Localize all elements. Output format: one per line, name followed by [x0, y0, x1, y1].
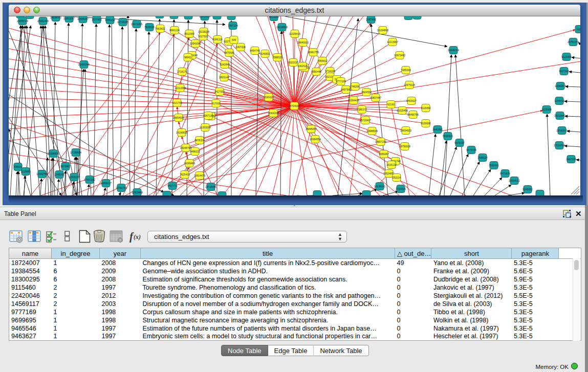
- svg-text:9129966: 9129966: [561, 55, 572, 58]
- svg-text:8267130: 8267130: [203, 114, 213, 117]
- svg-text:(x): (x): [134, 233, 141, 240]
- svg-text:1145193: 1145193: [54, 173, 64, 176]
- svg-text:11325419: 11325419: [289, 32, 300, 35]
- svg-text:16914479: 16914479: [194, 174, 205, 177]
- svg-text:7357224: 7357224: [228, 24, 238, 27]
- svg-text:9327503: 9327503: [198, 35, 208, 38]
- svg-text:2367608: 2367608: [235, 46, 246, 49]
- svg-text:5875685: 5875685: [224, 51, 234, 54]
- svg-text:16654935: 16654935: [173, 116, 184, 119]
- svg-text:9777169: 9777169: [336, 80, 346, 83]
- svg-text:2803144: 2803144: [219, 76, 229, 79]
- svg-text:10782759: 10782759: [116, 186, 127, 189]
- svg-text:15751074: 15751074: [568, 40, 579, 43]
- svg-text:16034320: 16034320: [50, 16, 61, 19]
- svg-text:3824554: 3824554: [361, 91, 372, 94]
- svg-text:1588520: 1588520: [272, 56, 282, 59]
- svg-text:19654923: 19654923: [400, 129, 411, 132]
- svg-text:1362615: 1362615: [297, 64, 308, 68]
- svg-text:9975867: 9975867: [60, 165, 71, 168]
- svg-text:1640995: 1640995: [432, 128, 443, 131]
- svg-text:8660124: 8660124: [169, 29, 180, 32]
- svg-text:8322037: 8322037: [288, 61, 298, 64]
- svg-text:12505135: 12505135: [69, 176, 80, 179]
- svg-text:17016504: 17016504: [554, 144, 565, 147]
- svg-text:5938923: 5938923: [443, 135, 453, 138]
- svg-text:1112: 1112: [577, 28, 580, 31]
- svg-text:9146821: 9146821: [260, 52, 270, 55]
- svg-text:8813054: 8813054: [269, 16, 279, 18]
- svg-text:16671355: 16671355: [131, 23, 142, 26]
- svg-text:10025458: 10025458: [397, 109, 408, 112]
- svg-text:6497568: 6497568: [341, 88, 351, 91]
- svg-text:1733426: 1733426: [396, 187, 406, 190]
- svg-text:17957252: 17957252: [84, 178, 95, 181]
- svg-text:1527602: 1527602: [92, 18, 102, 21]
- svg-text:9115460: 9115460: [421, 106, 430, 110]
- svg-text:9498222: 9498222: [190, 150, 200, 153]
- svg-text:9227343: 9227343: [559, 70, 569, 73]
- svg-text:62160: 62160: [387, 103, 395, 106]
- svg-text:17159934: 17159934: [70, 151, 81, 154]
- svg-text:16046768: 16046768: [180, 146, 191, 149]
- svg-text:14495796: 14495796: [407, 113, 419, 116]
- svg-text:10543382: 10543382: [190, 42, 201, 45]
- svg-text:14136141: 14136141: [374, 185, 385, 188]
- svg-text:12975115: 12975115: [404, 83, 415, 86]
- svg-text:7955812: 7955812: [317, 59, 328, 62]
- svg-text:19218506: 19218506: [276, 26, 288, 29]
- svg-text:6039695: 6039695: [421, 122, 431, 125]
- svg-text:18640910: 18640910: [297, 41, 309, 44]
- svg-text:935001: 935001: [14, 165, 23, 168]
- svg-text:9242845: 9242845: [220, 63, 230, 66]
- svg-text:9474444: 9474444: [466, 148, 476, 151]
- svg-text:7625402: 7625402: [180, 173, 190, 176]
- svg-text:8912954: 8912954: [184, 32, 194, 35]
- svg-text:18724007: 18724007: [289, 104, 300, 107]
- svg-text:19756928: 19756928: [399, 145, 410, 148]
- svg-text:10973493: 10973493: [394, 54, 405, 57]
- svg-text:546: 546: [232, 38, 236, 41]
- svg-text:98961: 98961: [184, 56, 191, 59]
- svg-text:16033809: 16033809: [199, 16, 210, 18]
- svg-text:10719155: 10719155: [117, 20, 128, 24]
- svg-text:24055724: 24055724: [17, 19, 28, 23]
- svg-text:15845457: 15845457: [306, 127, 317, 130]
- svg-text:7515526: 7515526: [144, 26, 155, 29]
- svg-text:7386372: 7386372: [357, 108, 367, 111]
- svg-text:16099489: 16099489: [184, 162, 195, 165]
- svg-text:1167534: 1167534: [566, 158, 576, 161]
- svg-text:8471676: 8471676: [500, 172, 510, 175]
- svg-text:12093873: 12093873: [555, 84, 566, 87]
- svg-text:12923468: 12923468: [132, 191, 143, 194]
- svg-text:1530029: 1530029: [264, 96, 274, 99]
- svg-text:19384554: 19384554: [310, 138, 321, 141]
- svg-text:15692971: 15692971: [556, 129, 568, 132]
- svg-text:746266: 746266: [351, 85, 360, 88]
- svg-text:16648784: 16648784: [448, 49, 459, 52]
- svg-text:12942757: 12942757: [36, 172, 48, 176]
- svg-text:16961755: 16961755: [308, 51, 319, 54]
- svg-text:1215682: 1215682: [20, 170, 31, 173]
- svg-text:9457771: 9457771: [167, 184, 178, 187]
- svg-text:8186328: 8186328: [212, 38, 223, 41]
- svg-text:9084067: 9084067: [379, 152, 389, 156]
- svg-text:1610755: 1610755: [172, 101, 182, 104]
- svg-text:10853267: 10853267: [63, 17, 75, 20]
- svg-text:9463627: 9463627: [406, 99, 417, 102]
- svg-text:1244419: 1244419: [554, 99, 564, 102]
- svg-text:8454749: 8454749: [250, 49, 260, 52]
- svg-text:6379197: 6379197: [454, 141, 465, 144]
- svg-text:1615132: 1615132: [386, 163, 397, 166]
- svg-text:16210643: 16210643: [554, 114, 565, 117]
- svg-text:11353594: 11353594: [200, 126, 211, 129]
- svg-text:3215938: 3215938: [541, 108, 552, 111]
- svg-text:10654112: 10654112: [509, 179, 520, 182]
- svg-text:20206936: 20206936: [48, 152, 59, 155]
- svg-text:20364436: 20364436: [348, 99, 359, 102]
- svg-text:7663822: 7663822: [155, 27, 165, 30]
- svg-text:9734028: 9734028: [325, 70, 335, 73]
- svg-text:2087682: 2087682: [366, 18, 376, 21]
- svg-text:6466160: 6466160: [105, 18, 115, 21]
- svg-text:10655287: 10655287: [77, 17, 89, 20]
